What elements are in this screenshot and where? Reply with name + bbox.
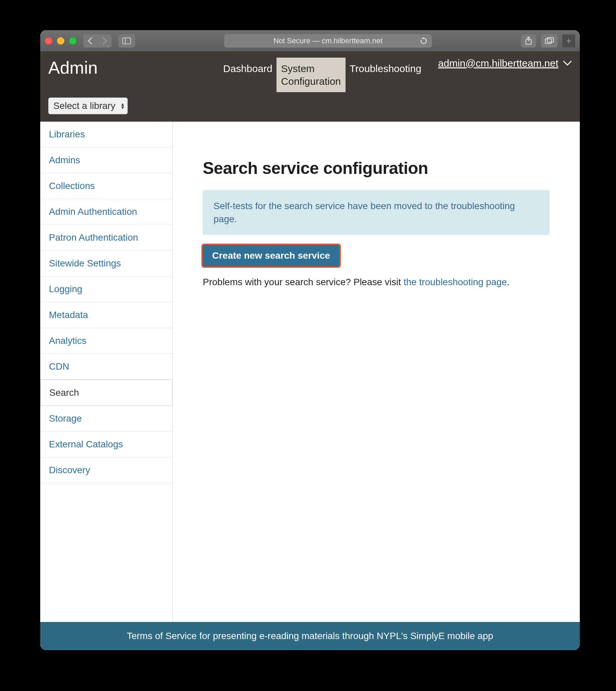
create-search-service-button[interactable]: Create new search service: [203, 245, 339, 266]
problems-suffix: .: [507, 277, 509, 287]
nav-troubleshooting[interactable]: Troubleshooting: [346, 58, 425, 80]
window-minimize-button[interactable]: [57, 37, 64, 45]
chevron-left-icon: [87, 37, 93, 45]
sidebar-item-cdn[interactable]: CDN: [40, 354, 172, 380]
problems-prefix: Problems with your search service? Pleas…: [203, 277, 403, 287]
sidebar-item-patron-authentication[interactable]: Patron Authentication: [40, 225, 172, 251]
main-pane: Search service configuration Self-tests …: [173, 121, 580, 622]
sidebar-item-analytics[interactable]: Analytics: [40, 328, 172, 354]
share-icon: [525, 37, 532, 45]
sidebar-item-admins[interactable]: Admins: [40, 148, 172, 173]
window-close-button[interactable]: [45, 37, 52, 45]
nav-forward-button[interactable]: [97, 34, 112, 48]
sidebar-item-collections[interactable]: Collections: [40, 173, 172, 199]
svg-rect-4: [545, 39, 551, 44]
nav-dashboard[interactable]: Dashboard: [219, 58, 277, 80]
nav-system-configuration-line2: Configuration: [281, 75, 341, 88]
content-row: LibrariesAdminsCollectionsAdmin Authenti…: [40, 121, 580, 622]
sidebar-item-external-catalogs[interactable]: External Catalogs: [40, 432, 172, 458]
tabs-icon: [545, 37, 554, 45]
sidebar-item-storage[interactable]: Storage: [40, 406, 172, 432]
nav-back-forward-group: [83, 34, 112, 48]
info-banner: Self-tests for the search service have b…: [203, 190, 550, 235]
address-text: Not Secure — cm.hilbertteam.net: [273, 37, 382, 45]
library-select-label: Select a library: [53, 101, 115, 111]
top-nav: Dashboard System Configuration Troublesh…: [219, 58, 425, 92]
nav-system-configuration-line1: System: [281, 62, 341, 75]
share-button[interactable]: [521, 34, 536, 48]
plus-icon: +: [566, 36, 571, 46]
nav-back-button[interactable]: [83, 34, 97, 48]
sidebar-item-libraries[interactable]: Libraries: [40, 121, 172, 148]
svg-rect-0: [123, 38, 131, 44]
app-area: Admin Dashboard System Configuration Tro…: [40, 52, 580, 650]
problems-text: Problems with your search service? Pleas…: [203, 275, 550, 289]
address-bar[interactable]: Not Secure — cm.hilbertteam.net: [224, 34, 432, 48]
sidebar-item-metadata[interactable]: Metadata: [40, 302, 172, 328]
svg-rect-5: [547, 38, 553, 42]
sidebar-item-sitewide-settings[interactable]: Sitewide Settings: [40, 251, 172, 276]
browser-window: Not Secure — cm.hilbertteam.net: [40, 30, 580, 650]
reload-button[interactable]: [420, 37, 427, 45]
select-arrows-icon: ▴▾: [121, 103, 124, 109]
sidebar-icon: [122, 38, 131, 44]
safari-toolbar: Not Secure — cm.hilbertteam.net: [40, 30, 580, 52]
chevron-down-icon: [563, 61, 572, 66]
chevron-right-icon: [102, 37, 108, 45]
window-zoom-button[interactable]: [69, 37, 76, 45]
sidebar-item-discovery[interactable]: Discovery: [40, 458, 172, 483]
sidebar-toggle-button[interactable]: [118, 34, 135, 48]
page-title: Search service configuration: [203, 158, 550, 178]
troubleshooting-link[interactable]: the troubleshooting page: [403, 277, 507, 287]
sidebar-item-search[interactable]: Search: [40, 380, 172, 406]
user-nav: admin@cm.hilbertteam.net: [438, 58, 572, 69]
library-select[interactable]: Select a library ▴▾: [48, 97, 128, 114]
user-email-link[interactable]: admin@cm.hilbertteam.net: [438, 58, 558, 69]
app-footer[interactable]: Terms of Service for presenting e-readin…: [40, 622, 580, 650]
sidebar-item-admin-authentication[interactable]: Admin Authentication: [40, 199, 172, 225]
app-title: Admin: [48, 58, 97, 78]
user-menu-toggle[interactable]: [563, 61, 572, 66]
new-tab-button[interactable]: +: [563, 35, 575, 47]
tabs-button[interactable]: [541, 34, 558, 48]
sidebar-item-logging[interactable]: Logging: [40, 276, 172, 302]
sidebar: LibrariesAdminsCollectionsAdmin Authenti…: [40, 121, 173, 622]
nav-system-configuration[interactable]: System Configuration: [277, 58, 346, 92]
window-traffic-lights: [45, 37, 76, 45]
app-header: Admin Dashboard System Configuration Tro…: [40, 52, 580, 121]
reload-icon: [420, 37, 427, 45]
